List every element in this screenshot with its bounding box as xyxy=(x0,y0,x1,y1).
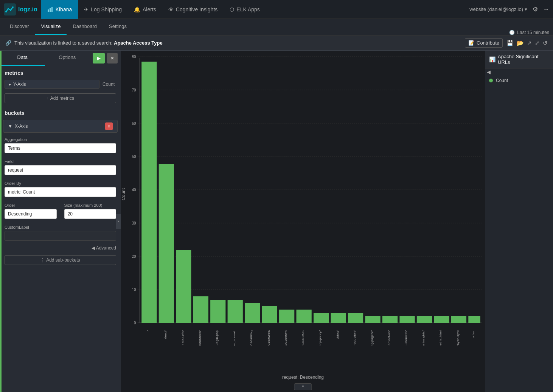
tab-dashboard[interactable]: Dashboard xyxy=(67,19,103,35)
remove-x-axis-button[interactable]: ✕ xyxy=(105,122,113,130)
bar-1[interactable] xyxy=(159,164,174,323)
order-select[interactable]: Descending Ascending xyxy=(5,209,57,219)
bar-12[interactable] xyxy=(348,313,363,323)
settings-icon[interactable]: ⚙ xyxy=(533,6,538,13)
order-label: Order xyxy=(5,203,57,208)
size-group: Size (maximum 200) xyxy=(62,200,121,222)
saved-search-link[interactable]: Apache Access Type xyxy=(114,40,163,46)
scroll-up-button[interactable]: ^ xyxy=(294,383,312,390)
svg-text:/contact-us/: /contact-us/ xyxy=(387,330,391,346)
bar-16[interactable] xyxy=(417,316,432,323)
svg-text:/wp-content/uploads/2016/08/bg: /wp-content/uploads/2016/08/bg xyxy=(250,330,253,346)
bar-9[interactable] xyxy=(297,310,312,323)
svg-text:other: other xyxy=(472,330,475,338)
panel-collapse-arrow[interactable]: › xyxy=(116,214,121,229)
user-info[interactable]: website (daniel@logz.io) ▾ xyxy=(469,6,527,12)
elk-apps-icon: ⬡ xyxy=(230,6,234,12)
bar-10[interactable] xyxy=(314,313,329,323)
bar-6[interactable] xyxy=(245,303,260,323)
add-subbuckets-button[interactable]: ⋮ Add sub-buckets xyxy=(5,255,116,265)
contribute-button[interactable]: 📝 Contribute xyxy=(465,38,503,48)
bar-15[interactable] xyxy=(399,316,415,323)
bar-14[interactable] xyxy=(382,316,398,323)
bar-4[interactable] xyxy=(210,300,225,323)
bar-17[interactable] xyxy=(434,316,449,323)
field-group: Field request url host agent clientip xyxy=(0,156,121,178)
svg-text:/about-us/privacy-policy/: /about-us/privacy-policy/ xyxy=(318,330,322,346)
bar-7[interactable] xyxy=(262,306,277,323)
refresh-icon[interactable]: ↺ xyxy=(543,40,548,46)
legend-item-label: Count xyxy=(496,78,508,83)
chart-container: 0 10 20 30 40 50 60 xyxy=(121,51,485,392)
bar-2[interactable] xyxy=(176,250,191,323)
bar-chart-icon: 📊 xyxy=(489,56,496,62)
x-axis-label[interactable]: ▼ X-Axis xyxy=(8,124,102,129)
size-input[interactable] xyxy=(64,209,117,219)
svg-text:80: 80 xyxy=(132,54,136,59)
time-filter[interactable]: 🕐 Last 15 minutes xyxy=(509,30,549,35)
tab-discover[interactable]: Discover xyxy=(4,19,35,35)
order-by-select[interactable]: metric: Count metric: Sum Alphabetical xyxy=(5,187,116,197)
svg-text:/wp-content/uploads/revaliider: /wp-content/uploads/revaliider/Ma xyxy=(301,330,304,346)
tab-discover-label: Discover xyxy=(10,23,29,29)
svg-point-4 xyxy=(12,6,14,8)
svg-point-2 xyxy=(8,8,9,9)
x-axis-footer: request: Descending xyxy=(121,373,485,381)
svg-text:/wp-admin/admin-ajax.php: /wp-admin/admin-ajax.php xyxy=(181,330,184,346)
legend-collapse-button[interactable]: ◀ xyxy=(487,69,491,75)
chevron-down-icon: ▾ xyxy=(525,6,527,12)
custom-label-input[interactable] xyxy=(5,231,116,241)
add-metrics-button[interactable]: + Add metrics xyxy=(5,93,116,103)
svg-text:/product/cognitive-insights/: /product/cognitive-insights/ xyxy=(422,330,425,346)
close-button[interactable]: ✕ xyxy=(107,53,118,64)
legend-title: 📊 Apache Significant URLs xyxy=(485,51,553,68)
bar-5[interactable] xyxy=(228,300,243,323)
run-controls: ▶ ✕ xyxy=(90,51,121,66)
nav-log-shipping[interactable]: ✈ Log Shipping xyxy=(78,0,128,19)
logout-icon[interactable]: → xyxy=(543,6,549,13)
field-select[interactable]: request url host agent clientip xyxy=(5,165,116,175)
svg-rect-7 xyxy=(51,7,53,12)
cognitive-insights-icon: 👁 xyxy=(168,6,174,12)
panel-tab-options[interactable]: Options xyxy=(45,51,90,66)
svg-text:/?utm_campaign=devops_summit: /?utm_campaign=devops_summit xyxy=(232,330,236,346)
fullscreen-icon[interactable]: ⤢ xyxy=(535,40,540,46)
nav-kibana[interactable]: Kibana xyxy=(41,0,78,19)
panel-tab-data[interactable]: Data xyxy=(0,51,45,66)
svg-rect-6 xyxy=(50,8,51,12)
aggregation-select[interactable]: Terms Range Date Range Histogram Date Hi… xyxy=(5,143,116,153)
nav-alerts[interactable]: 🔔 Alerts xyxy=(128,0,162,19)
clock-icon: 🕐 xyxy=(509,30,515,35)
run-button[interactable]: ▶ xyxy=(93,53,105,64)
logo[interactable]: logz.io xyxy=(4,3,37,15)
chevron-up-icon: ^ xyxy=(302,384,304,389)
svg-text:/wp-login.php: /wp-login.php xyxy=(215,330,219,346)
bar-8[interactable] xyxy=(279,310,294,323)
svg-text:/wp-content/plugins/crayon-syn: /wp-content/plugins/crayon-synt xyxy=(456,330,459,346)
y-axis-item[interactable]: ▶ Y-Axis xyxy=(5,80,99,89)
svg-text:0: 0 xyxy=(134,321,136,325)
bar-19[interactable] xyxy=(468,316,480,323)
bar-11[interactable] xyxy=(331,313,346,323)
tab-settings[interactable]: Settings xyxy=(103,19,133,35)
play-icon: ▶ xyxy=(97,56,101,61)
bar-18[interactable] xyxy=(451,316,466,323)
legend-collapse-row: ◀ xyxy=(485,68,553,76)
share-icon[interactable]: ↗ xyxy=(527,40,532,46)
advanced-link[interactable]: ◀ Advanced xyxy=(0,244,121,252)
svg-text:/: / xyxy=(146,330,150,331)
x-axis-header: ▼ X-Axis ✕ xyxy=(3,120,118,133)
nav-cognitive-insights[interactable]: 👁 Cognitive Insights xyxy=(162,0,224,19)
order-group: Order Descending Ascending xyxy=(0,200,59,222)
bar-3[interactable] xyxy=(193,296,208,323)
bar-13[interactable] xyxy=(365,316,380,323)
order-by-group: Order By metric: Count metric: Sum Alpha… xyxy=(0,178,121,200)
bar-0[interactable] xyxy=(141,62,157,323)
svg-text:/blog/: /blog/ xyxy=(336,330,339,339)
x-axis-tri: ▼ xyxy=(8,124,12,129)
save-icon[interactable]: 💾 xyxy=(506,40,514,46)
load-icon[interactable]: 📂 xyxy=(517,40,524,46)
nav-right: website (daniel@logz.io) ▾ ⚙ → xyxy=(469,6,549,13)
tab-visualize[interactable]: Visualize xyxy=(35,19,67,35)
nav-elk-apps[interactable]: ⬡ ELK Apps xyxy=(224,0,266,19)
